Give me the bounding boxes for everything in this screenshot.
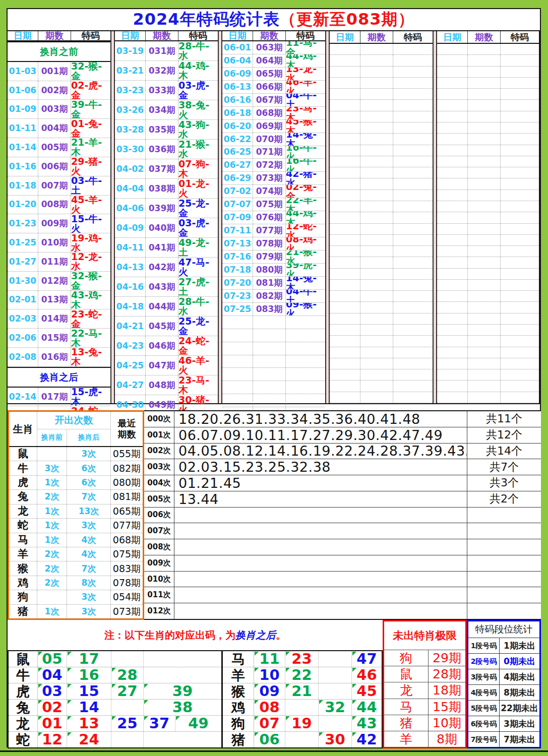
- bottom-number-value: 19: [291, 716, 312, 731]
- date-cell: [330, 89, 360, 99]
- date-cell: 07-23: [222, 290, 253, 302]
- code-cell: [393, 89, 433, 99]
- date-cell: [330, 212, 360, 223]
- period-cell: [360, 89, 393, 99]
- stats-recent-period: 073期: [111, 605, 143, 618]
- result-row: 02-08016期13-兔-木: [8, 348, 110, 367]
- bottom-row: 猴092145: [223, 683, 382, 700]
- date-cell: 06-20: [222, 120, 253, 133]
- code-cell: [501, 156, 539, 167]
- segment-stats-panel: 特码段位统计 1段号码1期未出2段号码0期未出3段号码4期未出4段号码8期未出5…: [467, 620, 541, 748]
- date-cell: 01-27: [8, 253, 38, 271]
- date-cell: 07-09: [222, 211, 253, 224]
- empty-row: [437, 55, 539, 66]
- empty-row: [437, 122, 539, 134]
- zodiac-stats-body: 鼠3次055期牛3次6次082期虎1次6次080期兔2次7次081期龙1次13次…: [9, 447, 143, 618]
- date-cell: 01-03: [8, 62, 38, 81]
- stats-recent-period: 082期: [111, 461, 143, 475]
- stats-header-subrow: 换肖前 换肖后: [37, 429, 110, 447]
- date-cell: [222, 329, 253, 342]
- code-cell: [501, 302, 539, 312]
- date-cell: [330, 67, 360, 77]
- bottom-row: 牛041628: [9, 667, 221, 683]
- date-cell: 01-30: [8, 272, 38, 290]
- result-row: 07-16079期21-猴-水: [222, 250, 325, 264]
- period-cell: [468, 302, 501, 312]
- bottom-number-value: 02: [42, 700, 62, 715]
- excel-flag-triangle: [38, 700, 42, 704]
- period-cell: 011期: [38, 253, 71, 271]
- frequency-row: 007次: [144, 523, 541, 539]
- frequency-numbers: 13.44: [174, 491, 467, 507]
- code-cell: [286, 368, 325, 381]
- bottom-empty-cell: [319, 716, 352, 731]
- date-cell: [437, 212, 468, 223]
- date-cell: [437, 325, 468, 335]
- date-cell: 06-16: [222, 94, 253, 106]
- period-cell: 034期: [146, 100, 178, 119]
- stats-header-count-group: 开出次数 换肖前 换肖后: [37, 412, 111, 446]
- column-header-row: 日期期数特码: [8, 31, 110, 41]
- empty-row: [330, 201, 433, 212]
- bottom-row: 猪063042: [223, 732, 382, 747]
- date-cell: 01-23: [8, 214, 38, 233]
- frequency-row: 008次: [144, 539, 541, 555]
- missing-zodiac-row: 羊8期: [384, 731, 465, 747]
- missing-zodiac-row: 鼠28期: [384, 666, 465, 682]
- missing-zodiac-periods: 8期: [429, 731, 465, 747]
- frame-bottom-rule: [0, 750, 548, 752]
- stats-header-before: 换肖前: [37, 429, 67, 447]
- bottom-row: 鼠0517: [9, 651, 221, 667]
- excel-flag-triangle: [352, 668, 356, 672]
- excel-flag-triangle: [286, 652, 290, 656]
- code-cell: 39-虎-火: [286, 264, 325, 276]
- code-cell: 25-龙-金: [178, 199, 218, 218]
- empty-row: [222, 394, 325, 407]
- bottom-number-cell: 44: [352, 700, 382, 715]
- date-cell: 01-18: [8, 176, 38, 195]
- period-cell: [360, 44, 393, 54]
- code-cell: [501, 78, 539, 88]
- date-cell: 06-22: [222, 133, 253, 146]
- excel-flag-triangle: [286, 668, 290, 672]
- code-cell: 23-蛇-金: [71, 309, 110, 328]
- stats-zodiac: 兔: [9, 490, 37, 503]
- code-cell: 22-马-木: [71, 329, 110, 347]
- date-cell: 04-11: [115, 238, 146, 257]
- code-cell: [393, 246, 433, 257]
- stats-before-count: 2次: [37, 561, 67, 575]
- empty-row: [437, 156, 539, 167]
- code-cell: 14-兔-木: [286, 277, 325, 289]
- period-cell: 035期: [146, 120, 178, 139]
- code-cell: 46-羊-火: [286, 81, 325, 93]
- period-cell: 015期: [38, 329, 71, 347]
- empty-row: [437, 178, 539, 190]
- date-cell: [330, 201, 360, 212]
- period-cell: 012期: [38, 272, 71, 290]
- code-cell: [393, 122, 433, 133]
- period-cell: [360, 302, 393, 312]
- period-cell: 043期: [146, 277, 178, 296]
- frequency-row: 003次02.03.15.23.25.32.38共7个: [144, 459, 541, 475]
- bottom-number-cell: 47: [352, 651, 382, 667]
- period-cell: [360, 392, 393, 403]
- bottom-empty-cell: [144, 667, 221, 683]
- result-row: 01-18007期03-牛-土: [8, 176, 110, 196]
- frequency-row: 011次: [144, 587, 541, 603]
- date-cell: 04-04: [115, 179, 146, 198]
- stats-recent-period: 055期: [111, 447, 143, 461]
- date-cell: 07-13: [222, 237, 253, 250]
- result-row: 07-23082期04-牛-土: [222, 290, 325, 303]
- bottom-number-value: 44: [356, 700, 377, 715]
- period-cell: 069期: [253, 120, 286, 133]
- empty-row: [330, 291, 433, 302]
- missing-zodiac-periods: 18期: [429, 682, 465, 698]
- bottom-number-value: 14: [79, 700, 99, 715]
- period-cell: 048期: [146, 375, 178, 395]
- stats-header-recent-line2: 期数: [118, 429, 136, 440]
- missing-zodiac-name: 马: [384, 699, 429, 715]
- bottom-number-cell: 09: [254, 683, 285, 699]
- code-cell: [501, 145, 539, 156]
- code-cell: [393, 167, 433, 178]
- bottom-number-value: 45: [356, 684, 377, 699]
